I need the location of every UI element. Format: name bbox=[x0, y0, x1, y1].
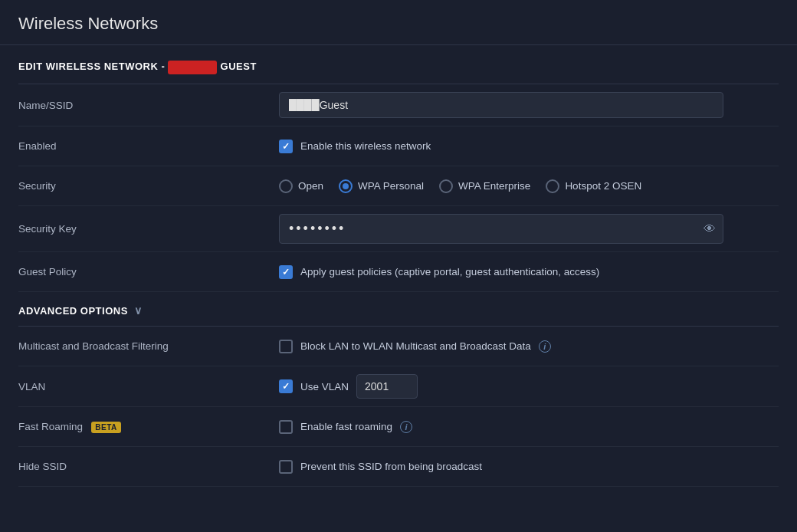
multicast-row: Multicast and Broadcast Filtering Block … bbox=[18, 327, 779, 366]
page-header: Wireless Networks bbox=[0, 0, 797, 45]
multicast-checkbox[interactable] bbox=[279, 340, 293, 353]
vlan-row: VLAN ✓ Use VLAN bbox=[18, 366, 779, 407]
radio-wpa-personal-button[interactable] bbox=[339, 179, 353, 193]
page-title: Wireless Networks bbox=[18, 14, 779, 34]
radio-hotspot2-button[interactable] bbox=[546, 179, 559, 193]
guest-policy-checkbox[interactable]: ✓ bbox=[279, 265, 293, 279]
hide-ssid-row: Hide SSID Prevent this SSID from being b… bbox=[18, 447, 779, 487]
radio-open[interactable]: Open bbox=[279, 179, 323, 193]
name-ssid-row: Name/SSID bbox=[18, 84, 779, 126]
vlan-input[interactable] bbox=[356, 374, 418, 399]
enabled-checkbox-wrapper[interactable]: ✓ Enable this wireless network bbox=[279, 140, 431, 153]
radio-hotspot2[interactable]: Hotspot 2 OSEN bbox=[546, 179, 641, 193]
fast-roaming-info-icon[interactable]: i bbox=[400, 421, 412, 433]
redacted-network-name bbox=[168, 61, 217, 74]
radio-open-label: Open bbox=[298, 180, 323, 192]
security-key-row: Security Key 👁 bbox=[18, 206, 779, 252]
check-icon: ✓ bbox=[282, 141, 290, 152]
advanced-options-label: ADVANCED OPTIONS bbox=[18, 305, 128, 317]
guest-policy-checkbox-wrapper[interactable]: ✓ Apply guest policies (captive portal, … bbox=[279, 265, 599, 279]
enabled-row: Enabled ✓ Enable this wireless network bbox=[18, 126, 779, 166]
fast-roaming-label: Fast Roaming bbox=[18, 421, 83, 432]
name-ssid-control bbox=[279, 92, 779, 118]
radio-wpa-enterprise-button[interactable] bbox=[439, 179, 453, 193]
vlan-checkbox[interactable]: ✓ bbox=[279, 379, 293, 393]
advanced-options-toggle[interactable]: ADVANCED OPTIONS ∨ bbox=[18, 292, 779, 327]
fast-roaming-checkbox[interactable] bbox=[279, 420, 293, 434]
multicast-label: Multicast and Broadcast Filtering bbox=[18, 340, 279, 352]
guest-policy-row: Guest Policy ✓ Apply guest policies (cap… bbox=[18, 252, 779, 292]
security-label: Security bbox=[18, 180, 279, 192]
fast-roaming-label-area: Fast Roaming BETA bbox=[18, 421, 279, 432]
radio-hotspot2-label: Hotspot 2 OSEN bbox=[565, 180, 641, 192]
radio-wpa-personal-label: WPA Personal bbox=[358, 180, 424, 192]
edit-section-title: EDIT WIRELESS NETWORK - GUEST bbox=[18, 61, 779, 84]
fast-roaming-checkbox-label: Enable fast roaming bbox=[300, 421, 392, 432]
chevron-down-icon: ∨ bbox=[134, 304, 143, 317]
radio-open-button[interactable] bbox=[279, 179, 293, 193]
vlan-control: ✓ Use VLAN bbox=[279, 374, 779, 399]
enabled-checkbox[interactable]: ✓ bbox=[279, 140, 293, 153]
hide-ssid-control: Prevent this SSID from being broadcast bbox=[279, 460, 779, 474]
vlan-label: VLAN bbox=[18, 381, 279, 392]
name-ssid-input[interactable] bbox=[279, 92, 723, 118]
security-radio-group: Open WPA Personal WPA Enterprise Hotspot… bbox=[279, 179, 641, 193]
enabled-label: Enabled bbox=[18, 140, 279, 152]
guest-policy-label: Guest Policy bbox=[18, 266, 279, 277]
edit-title-suffix: GUEST bbox=[221, 61, 257, 72]
multicast-info-icon[interactable]: i bbox=[539, 340, 551, 353]
radio-wpa-enterprise-label: WPA Enterprise bbox=[458, 180, 530, 192]
security-key-label: Security Key bbox=[18, 223, 279, 235]
fast-roaming-control: Enable fast roaming i bbox=[279, 420, 779, 434]
hide-ssid-checkbox-label: Prevent this SSID from being broadcast bbox=[300, 461, 482, 472]
radio-wpa-enterprise[interactable]: WPA Enterprise bbox=[439, 179, 530, 193]
multicast-control: Block LAN to WLAN Multicast and Broadcas… bbox=[279, 340, 779, 353]
security-control: Open WPA Personal WPA Enterprise Hotspot… bbox=[279, 179, 779, 193]
security-row: Security Open WPA Personal WPA Enterpris… bbox=[18, 166, 779, 206]
edit-title-prefix: EDIT WIRELESS NETWORK - bbox=[18, 61, 165, 72]
radio-wpa-personal-dot bbox=[343, 183, 349, 189]
security-key-control: 👁 bbox=[279, 214, 779, 244]
security-key-input[interactable] bbox=[279, 214, 723, 244]
guest-policy-checkbox-label: Apply guest policies (captive portal, gu… bbox=[300, 266, 599, 277]
main-content: EDIT WIRELESS NETWORK - GUEST Name/SSID … bbox=[0, 45, 797, 502]
vlan-checkbox-wrapper[interactable]: ✓ Use VLAN bbox=[279, 379, 349, 393]
hide-ssid-label: Hide SSID bbox=[18, 461, 279, 472]
beta-badge: BETA bbox=[91, 422, 120, 433]
enabled-control: ✓ Enable this wireless network bbox=[279, 140, 779, 153]
enabled-checkbox-label: Enable this wireless network bbox=[300, 140, 431, 152]
vlan-checkbox-label: Use VLAN bbox=[300, 381, 349, 392]
check-icon-3: ✓ bbox=[282, 381, 290, 392]
name-ssid-label: Name/SSID bbox=[18, 100, 279, 111]
password-input-wrapper: 👁 bbox=[279, 214, 723, 244]
hide-ssid-checkbox[interactable] bbox=[279, 460, 293, 474]
fast-roaming-checkbox-wrapper[interactable]: Enable fast roaming i bbox=[279, 420, 412, 434]
guest-policy-control: ✓ Apply guest policies (captive portal, … bbox=[279, 265, 779, 279]
hide-ssid-checkbox-wrapper[interactable]: Prevent this SSID from being broadcast bbox=[279, 460, 482, 474]
fast-roaming-row: Fast Roaming BETA Enable fast roaming i bbox=[18, 407, 779, 447]
multicast-checkbox-wrapper[interactable]: Block LAN to WLAN Multicast and Broadcas… bbox=[279, 340, 551, 353]
eye-icon[interactable]: 👁 bbox=[704, 222, 716, 236]
radio-wpa-personal[interactable]: WPA Personal bbox=[339, 179, 424, 193]
multicast-checkbox-label: Block LAN to WLAN Multicast and Broadcas… bbox=[300, 340, 531, 352]
check-icon-2: ✓ bbox=[282, 267, 290, 277]
